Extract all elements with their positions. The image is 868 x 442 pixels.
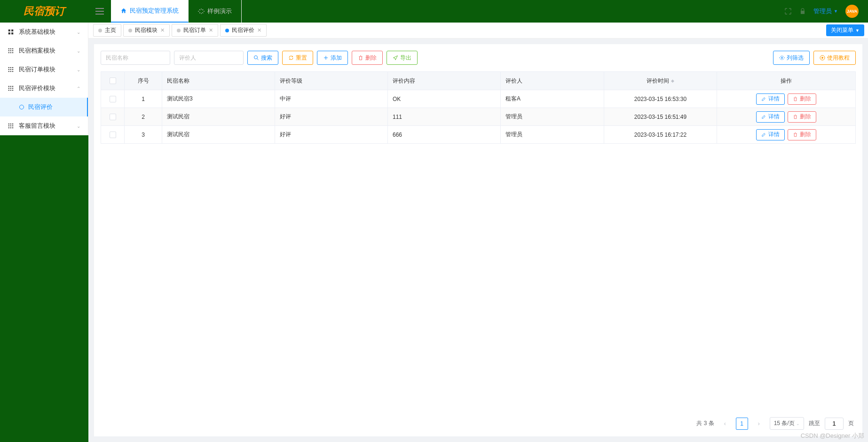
svg-point-21 <box>12 71 13 72</box>
svg-point-36 <box>10 125 11 126</box>
svg-point-11 <box>10 52 11 53</box>
close-menu-label: 关闭菜单 <box>831 26 853 34</box>
send-icon <box>393 55 398 61</box>
sidebar-item-archive[interactable]: 民宿档案模块 ⌄ <box>0 41 88 60</box>
svg-point-18 <box>12 69 13 70</box>
svg-point-29 <box>10 90 11 91</box>
chevron-up-icon: ⌃ <box>77 86 80 91</box>
tab-dot-icon <box>177 29 181 32</box>
svg-point-15 <box>12 67 13 68</box>
cell-level: 中评 <box>275 90 388 108</box>
play-icon <box>820 55 825 61</box>
prev-page-button[interactable]: ‹ <box>719 418 731 430</box>
svg-rect-2 <box>8 32 10 34</box>
cell-content: OK <box>388 90 501 108</box>
sidebar-item-order[interactable]: 民宿订单模块 ⌄ <box>0 60 88 79</box>
reset-button[interactable]: 重置 <box>282 51 313 65</box>
svg-point-10 <box>8 52 9 53</box>
page-size-label: 15 条/页 <box>774 420 795 426</box>
detail-button[interactable]: 详情 <box>756 111 785 123</box>
svg-point-20 <box>10 71 11 72</box>
row-checkbox[interactable] <box>110 96 116 102</box>
next-page-button[interactable]: › <box>753 418 765 430</box>
export-button[interactable]: 导出 <box>387 51 418 65</box>
jump-page-input[interactable] <box>825 418 844 430</box>
total-count: 共 3 条 <box>696 419 714 427</box>
page-tabs-bar: 主页 民宿模块 ✕ 民宿订单 ✕ 民宿评价 ✕ 关 <box>88 23 868 39</box>
button-label: 导出 <box>400 54 411 62</box>
toolbar: 搜索 重置 添加 删除 <box>101 51 856 65</box>
sidebar-item-system[interactable]: 系统基础模块 ⌄ <box>0 23 88 41</box>
page-tab-label: 民宿订单 <box>183 26 206 34</box>
svg-point-24 <box>12 86 13 87</box>
chevron-down-icon: ⌄ <box>77 124 80 129</box>
svg-point-14 <box>10 67 11 68</box>
svg-point-9 <box>12 50 13 51</box>
row-delete-button[interactable]: 删除 <box>788 111 816 123</box>
delete-button[interactable]: 删除 <box>352 51 383 65</box>
page-size-select[interactable]: 15 条/页 ⌄ <box>770 417 804 430</box>
grid-icon <box>8 123 14 129</box>
sidebar-filler <box>0 135 88 442</box>
search-person-input[interactable] <box>174 51 244 65</box>
header-tab-label: 样例演示 <box>207 7 232 16</box>
th-person: 评价人 <box>501 72 604 90</box>
row-delete-button[interactable]: 删除 <box>788 93 816 105</box>
svg-point-41 <box>254 56 258 59</box>
tab-dot-icon <box>225 29 229 32</box>
lock-icon[interactable] <box>799 8 806 15</box>
sidebar-item-review[interactable]: 民宿评价模块 ⌃ <box>0 79 88 98</box>
close-icon[interactable]: ✕ <box>160 27 165 33</box>
menu-toggle-button[interactable] <box>88 0 111 23</box>
th-content: 评价内容 <box>388 72 501 90</box>
page-number-button[interactable]: 1 <box>736 418 748 430</box>
svg-point-25 <box>8 88 9 89</box>
close-icon[interactable]: ✕ <box>209 27 213 33</box>
cell-num: 1 <box>125 90 162 108</box>
add-button[interactable]: 添加 <box>317 51 348 65</box>
detail-button[interactable]: 详情 <box>756 129 785 140</box>
close-menu-button[interactable]: 关闭菜单 ▼ <box>826 24 864 36</box>
cell-person: 管理员 <box>501 126 604 143</box>
page-tab-home[interactable]: 主页 <box>93 24 121 37</box>
search-icon <box>253 55 259 61</box>
search-button[interactable]: 搜索 <box>247 51 278 65</box>
data-table: 序号 民宿名称 评价等级 评价内容 评价人 评价时间◆ 操作 1 测试民宿3 中… <box>101 71 856 144</box>
trash-icon <box>793 114 798 119</box>
tutorial-button[interactable]: 使用教程 <box>813 51 856 65</box>
header-tab-system[interactable]: 民宿预定管理系统 <box>111 0 189 23</box>
page-tab-label: 民宿模块 <box>135 26 158 34</box>
cell-level: 好评 <box>275 108 388 125</box>
cell-person: 管理员 <box>501 108 604 125</box>
row-delete-button[interactable]: 删除 <box>788 129 816 140</box>
trash-icon <box>358 55 363 61</box>
detail-button[interactable]: 详情 <box>756 93 785 105</box>
fullscreen-icon[interactable] <box>784 8 792 15</box>
page-tab-order[interactable]: 民宿订单 ✕ <box>172 24 218 37</box>
svg-point-8 <box>10 50 11 51</box>
svg-point-23 <box>10 86 11 87</box>
table-row: 1 测试民宿3 中评 OK 租客A 2023-03-15 16:53:30 详情… <box>101 90 855 108</box>
row-checkbox[interactable] <box>110 114 116 120</box>
row-checkbox[interactable] <box>110 132 116 138</box>
sidebar-subitem-review[interactable]: 民宿评价 <box>0 98 88 116</box>
page-tab-module[interactable]: 民宿模块 ✕ <box>123 24 170 37</box>
chevron-down-icon: ⌄ <box>796 421 800 426</box>
select-all-checkbox[interactable] <box>110 78 116 84</box>
app-header: 民宿预订 民宿预定管理系统 样例演示 管理员 ▼ JAVA <box>0 0 868 23</box>
page-tab-review[interactable]: 民宿评价 ✕ <box>220 24 267 37</box>
search-name-input[interactable] <box>101 51 170 65</box>
avatar[interactable]: JAVA <box>845 5 859 18</box>
header-tab-demo[interactable]: 样例演示 <box>189 0 242 23</box>
svg-point-33 <box>10 124 11 124</box>
content-panel: 搜索 重置 添加 删除 <box>94 44 862 436</box>
sidebar-item-message[interactable]: 客服留言模块 ⌄ <box>0 116 88 135</box>
th-action: 操作 <box>717 72 855 90</box>
cell-level: 好评 <box>275 126 388 143</box>
th-time[interactable]: 评价时间◆ <box>604 72 717 90</box>
close-icon[interactable]: ✕ <box>257 27 261 33</box>
user-menu[interactable]: 管理员 ▼ <box>813 7 838 16</box>
column-filter-button[interactable]: 列筛选 <box>773 51 810 65</box>
edit-icon <box>761 132 766 137</box>
button-label: 重置 <box>296 54 307 62</box>
